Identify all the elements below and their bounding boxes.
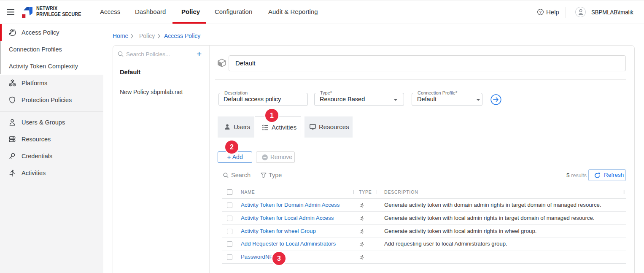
svg-text:?: ? xyxy=(539,10,542,14)
